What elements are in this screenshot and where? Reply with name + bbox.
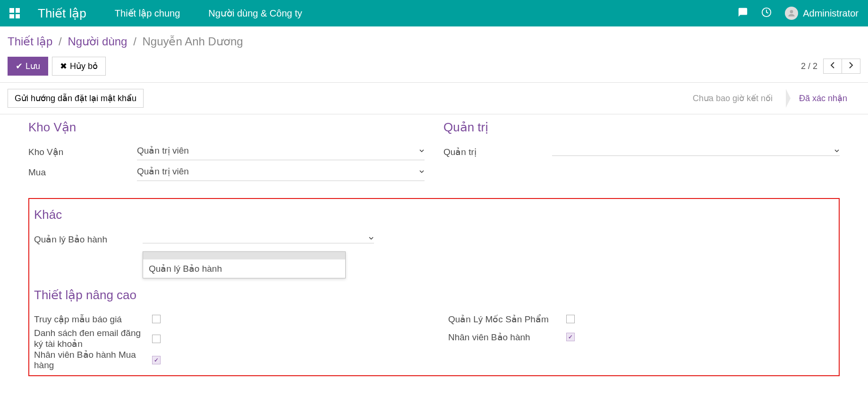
pager-prev-button[interactable]	[824, 59, 842, 73]
checkbox-warranty-purchase-staff[interactable]	[152, 356, 161, 364]
label-purchase: Mua	[28, 167, 137, 178]
chat-icon[interactable]	[738, 7, 748, 19]
dropdown-option-warranty-manager[interactable]: Quản lý Bảo hành	[143, 259, 345, 278]
section-admin: Quản trị	[443, 120, 840, 135]
select-purchase-value: Quản trị viên	[137, 164, 419, 179]
select-warranty-manager-value	[143, 236, 368, 240]
apps-icon[interactable]	[9, 8, 20, 18]
section-advanced: Thiết lập nâng cao	[34, 288, 834, 302]
breadcrumb-settings[interactable]: Thiết lập	[8, 35, 52, 48]
checkbox-warranty-staff[interactable]	[566, 333, 575, 341]
status-never-connected[interactable]: Chưa bao giờ kết nối	[680, 88, 786, 108]
breadcrumb-current: Nguyễn Anh Dương	[142, 35, 243, 48]
select-inventory[interactable]: Quản trị viên	[137, 143, 425, 160]
select-purchase[interactable]: Quản trị viên	[137, 164, 425, 181]
pager: 2 / 2	[801, 59, 860, 74]
check-icon: ✔	[16, 61, 23, 71]
close-icon: ✖	[60, 61, 67, 71]
select-admin-value	[552, 149, 834, 153]
chevron-down-icon	[419, 148, 425, 154]
label-admin: Quản trị	[443, 147, 552, 157]
chevron-down-icon	[419, 169, 425, 174]
section-inventory: Kho Vận	[28, 120, 425, 135]
select-inventory-value: Quản trị viên	[137, 143, 419, 158]
chevron-right-icon	[849, 62, 853, 69]
dropdown-warranty-manager: Quản lý Bảo hành	[143, 251, 346, 278]
label-quote-template-access: Truy cập mẫu báo giá	[34, 314, 152, 325]
chevron-down-icon	[834, 148, 840, 154]
chevron-left-icon	[830, 62, 835, 69]
chevron-down-icon	[368, 235, 374, 241]
status-bar: Chưa bao giờ kết nối Đã xác nhận	[680, 88, 860, 108]
label-warranty-staff: Nhân viên Bảo hành	[448, 332, 566, 343]
label-product-milestone-mgr: Quản Lý Mốc Sản Phẩm	[448, 314, 566, 325]
form-sheet: Kho Vận Kho Vận Quản trị viên Mua Quản t…	[0, 114, 868, 395]
status-row: Gửi hướng dẫn đặt lại mật khẩu Chưa bao …	[0, 83, 868, 114]
label-warranty-purchase-staff: Nhân viên Bảo hành Mua hàng	[34, 349, 152, 371]
discard-button-label: Hủy bỏ	[70, 61, 98, 71]
checkbox-email-blacklist[interactable]	[152, 335, 161, 343]
menu-users-companies[interactable]: Người dùng & Công ty	[208, 8, 302, 19]
dropdown-option-empty[interactable]	[143, 252, 345, 259]
breadcrumb: Thiết lập / Người dùng / Nguyễn Anh Dươn…	[8, 35, 860, 48]
breadcrumb-users[interactable]: Người dùng	[68, 35, 127, 48]
menu-general-settings[interactable]: Thiết lập chung	[115, 8, 180, 19]
save-button-label: Lưu	[26, 61, 40, 71]
section-other: Khác	[34, 207, 834, 222]
highlighted-section: Khác Quản lý Bảo hành Quản lý Bảo hành T…	[28, 198, 840, 376]
control-panel: Thiết lập / Người dùng / Nguyễn Anh Dươn…	[0, 26, 868, 83]
user-avatar[interactable]	[785, 7, 798, 20]
pager-next-button[interactable]	[842, 59, 860, 73]
status-confirmed[interactable]: Đã xác nhận	[786, 88, 860, 108]
select-admin[interactable]	[552, 148, 840, 156]
svg-point-1	[790, 10, 793, 13]
app-title[interactable]: Thiết lập	[38, 6, 86, 21]
checkbox-product-milestone-mgr[interactable]	[566, 315, 575, 323]
label-email-blacklist: Danh sách đen email đăng ký tài khoản	[34, 328, 152, 349]
label-warranty-manager: Quản lý Bảo hành	[34, 234, 143, 245]
breadcrumb-sep: /	[59, 35, 62, 48]
pager-text: 2 / 2	[801, 61, 817, 71]
navbar: Thiết lập Thiết lập chung Người dùng & C…	[0, 0, 868, 26]
label-inventory: Kho Vận	[28, 147, 137, 157]
checkbox-quote-template-access[interactable]	[152, 315, 161, 323]
breadcrumb-sep: /	[133, 35, 136, 48]
select-warranty-manager[interactable]	[143, 235, 374, 243]
user-menu[interactable]: Administrator	[803, 8, 859, 19]
activities-icon[interactable]	[761, 7, 772, 19]
discard-button[interactable]: ✖ Hủy bỏ	[52, 57, 106, 76]
send-password-reset-button[interactable]: Gửi hướng dẫn đặt lại mật khẩu	[8, 89, 144, 108]
save-button[interactable]: ✔ Lưu	[8, 57, 48, 76]
